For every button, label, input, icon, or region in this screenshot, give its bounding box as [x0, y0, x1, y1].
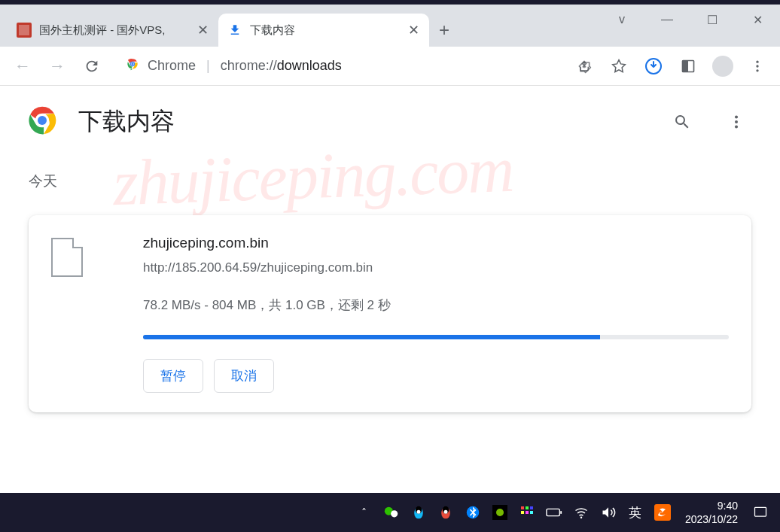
tab-title: 下载内容 [250, 23, 295, 38]
qq-icon-2[interactable] [435, 502, 456, 523]
time-text: 9:40 [685, 499, 738, 512]
new-tab-button[interactable]: + [429, 15, 459, 45]
tab-downloads[interactable]: 下载内容 ✕ [218, 14, 429, 47]
page-title: 下载内容 [78, 105, 644, 138]
download-icon [227, 23, 242, 38]
more-icon[interactable] [720, 105, 753, 138]
tray-expand-icon[interactable]: ˄ [354, 502, 375, 523]
reader-icon[interactable] [675, 53, 702, 80]
qq-icon-1[interactable] [408, 502, 429, 523]
downloads-page: zhujiceping.com 下载内容 今天 zhujiceping.com.… [0, 86, 780, 493]
svg-point-9 [756, 60, 758, 62]
nvidia-icon[interactable] [489, 502, 510, 523]
tab-external-site[interactable]: 国外主机测评 - 国外VPS, ✕ [8, 14, 218, 47]
svg-point-14 [38, 116, 47, 125]
svg-rect-36 [560, 511, 562, 514]
downloads-indicator-icon[interactable] [640, 53, 667, 80]
maximize-button[interactable]: ☐ [690, 5, 735, 35]
wechat-icon[interactable] [381, 502, 402, 523]
svg-rect-34 [530, 511, 533, 514]
svg-rect-33 [526, 511, 529, 514]
download-item: zhujiceping.com.bin http://185.200.64.59… [29, 215, 751, 412]
share-icon[interactable] [571, 53, 598, 80]
section-today-label: 今天 [0, 158, 780, 205]
chrome-favicon [125, 56, 140, 75]
wifi-icon[interactable] [571, 502, 592, 523]
sogou-icon[interactable] [652, 502, 673, 523]
tab-title: 国外主机测评 - 国外VPS, [39, 23, 166, 38]
svg-point-16 [735, 120, 738, 123]
svg-point-19 [391, 510, 398, 517]
close-window-button[interactable]: ✕ [735, 5, 780, 35]
svg-point-22 [416, 510, 420, 514]
url-path: chrome://downloads [221, 58, 342, 74]
svg-point-11 [756, 69, 758, 71]
svg-point-17 [735, 125, 738, 128]
svg-rect-31 [530, 506, 533, 509]
svg-point-10 [756, 65, 758, 67]
cancel-button[interactable]: 取消 [214, 359, 274, 393]
caret-down-icon[interactable]: v [599, 5, 644, 35]
svg-rect-39 [755, 507, 766, 516]
svg-point-28 [496, 509, 504, 516]
search-icon[interactable] [666, 105, 699, 138]
address-bar[interactable]: Chrome | chrome://downloads [113, 52, 563, 81]
close-icon[interactable]: ✕ [196, 23, 209, 37]
svg-point-5 [131, 62, 133, 65]
close-icon[interactable]: ✕ [407, 23, 420, 37]
url-prefix: Chrome [148, 58, 196, 74]
minimize-button[interactable]: — [644, 5, 690, 35]
svg-rect-8 [683, 60, 689, 71]
progress-fill [143, 335, 600, 339]
forward-button[interactable]: → [44, 53, 71, 80]
favicon-external [17, 23, 32, 38]
colorful-grid-icon[interactable] [516, 502, 538, 523]
pause-button[interactable]: 暂停 [143, 359, 203, 393]
progress-bar [143, 335, 729, 339]
file-icon [51, 238, 83, 277]
profile-avatar[interactable] [709, 53, 736, 80]
volume-icon[interactable] [598, 502, 619, 523]
notification-icon[interactable] [750, 502, 771, 523]
svg-rect-32 [521, 511, 524, 514]
menu-icon[interactable] [744, 53, 771, 80]
ime-indicator[interactable]: 英 [625, 502, 646, 523]
clock[interactable]: 9:40 2023/10/22 [679, 499, 744, 526]
download-filename[interactable]: zhujiceping.com.bin [143, 235, 729, 251]
svg-point-15 [735, 116, 738, 119]
bluetooth-icon[interactable] [462, 502, 483, 523]
download-status: 78.2 MB/s - 804 MB，共 1.0 GB，还剩 2 秒 [143, 296, 729, 314]
svg-point-37 [580, 516, 583, 518]
bookmark-icon[interactable] [605, 53, 632, 80]
tab-bar: 国外主机测评 - 国外VPS, ✕ 下载内容 ✕ + v — ☐ ✕ [0, 5, 780, 47]
svg-rect-30 [526, 506, 529, 509]
battery-icon[interactable] [544, 502, 565, 523]
svg-rect-35 [547, 509, 559, 515]
chrome-logo-icon [27, 105, 57, 138]
download-url[interactable]: http://185.200.64.59/zhujiceping.com.bin [143, 260, 729, 275]
reload-button[interactable] [78, 53, 105, 80]
toolbar: ← → Chrome | chrome://downloads [0, 47, 780, 86]
svg-rect-1 [19, 25, 29, 35]
date-text: 2023/10/22 [685, 512, 738, 526]
svg-point-25 [443, 510, 447, 514]
svg-rect-29 [521, 506, 524, 509]
taskbar: ˄ 英 9:40 2023/10/22 [0, 493, 780, 532]
back-button[interactable]: ← [9, 53, 36, 80]
